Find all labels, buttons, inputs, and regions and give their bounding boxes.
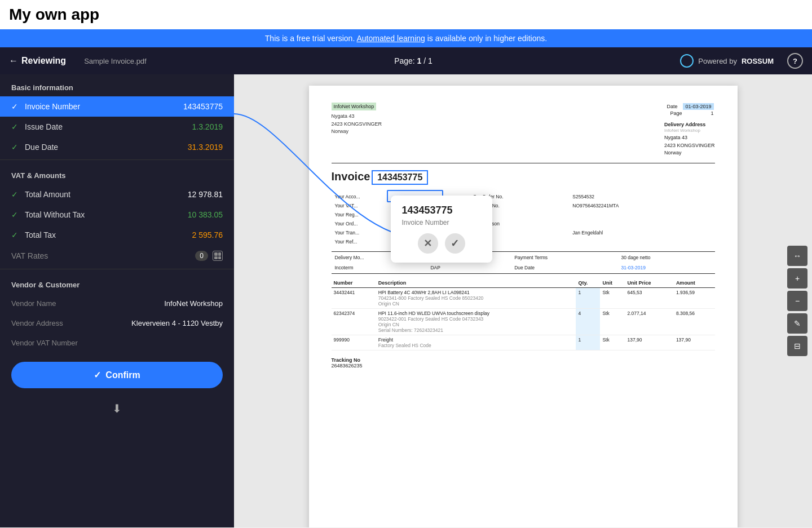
- document-area: InfoNet Workshop Nygata 43 2423 KONGSVIN…: [234, 74, 812, 527]
- trial-text-suffix2: is available only in higher editions.: [427, 34, 547, 43]
- powered-by: Powered by ROSSUM: [680, 54, 774, 68]
- zoom-in-button[interactable]: +: [787, 268, 807, 289]
- page-info: Page: 1 / 1: [394, 56, 433, 65]
- doc-invoice-title: Invoice: [332, 170, 370, 183]
- confirm-check-icon: ✓: [94, 370, 101, 380]
- pan-tool-button[interactable]: ↔: [787, 246, 807, 266]
- rossum-logo: [680, 54, 694, 68]
- vat-rates-badge: 0: [195, 251, 208, 261]
- invoice-number-value: 143453775: [183, 102, 223, 111]
- basic-info-header: Basic information: [0, 74, 234, 96]
- col-description: Description: [376, 278, 576, 288]
- vendor-name-label: Vendor Name: [11, 299, 90, 308]
- back-button[interactable]: ← Reviewing: [9, 56, 66, 66]
- invoice-tooltip-popup: 143453775 Invoice Number ✕ ✓: [391, 196, 492, 263]
- issue-date-field[interactable]: ✓ Issue Date 1.3.2019: [0, 117, 234, 137]
- col-number: Number: [332, 278, 376, 288]
- check-icon-notax: ✓: [11, 210, 20, 219]
- doc-header: InfoNet Workshop Nygata 43 2423 KONGSVIN…: [332, 103, 715, 157]
- top-bar: ← Reviewing Sample Invoice.pdf Page: 1 /…: [0, 47, 812, 74]
- total-tax-field[interactable]: ✓ Total Tax 2 595.76: [0, 225, 234, 245]
- doc-delivery-payment: Delivery Mo... ...y Express Payment Term…: [332, 251, 715, 274]
- trial-text-prefix: This is a free trial version.: [265, 34, 355, 43]
- confirm-label: Confirm: [105, 370, 140, 380]
- filename-label: Sample Invoice.pdf: [84, 57, 147, 65]
- confirm-button[interactable]: ✓ Confirm: [11, 362, 223, 388]
- vendor-vat-field[interactable]: Vendor VAT Number: [0, 333, 234, 353]
- doc-date-section: Date 01-03-2019 Page 1 Delivery Address: [664, 103, 715, 157]
- rossum-brand: ROSSUM: [742, 57, 774, 65]
- back-arrow-icon: ←: [9, 56, 18, 66]
- vendor-address-label: Vendor Address: [11, 319, 90, 327]
- doc-date-value: 01-03-2019: [683, 103, 713, 110]
- powered-by-label: Powered by: [698, 57, 737, 65]
- automated-learning-link[interactable]: Automated learning: [356, 34, 425, 43]
- total-tax-label: Total Tax: [25, 230, 188, 239]
- trial-banner: This is a free trial version. Automated …: [0, 29, 812, 47]
- download-icon-row: ⬇: [0, 397, 234, 424]
- total-amount-label: Total Amount: [25, 190, 183, 199]
- table-row: 34432441 HPI Battery 4C 40WHr 2,8AH LI L…: [332, 287, 715, 308]
- tooltip-confirm-button[interactable]: ✓: [445, 233, 465, 254]
- invoice-number-label: Invoice Number: [25, 102, 179, 111]
- line-items-table: Number Description Qty. Unit Unit Price …: [332, 278, 715, 350]
- col-unit-price: Unit Price: [625, 278, 673, 288]
- search-doc-button[interactable]: ⊟: [787, 336, 807, 356]
- tooltip-cancel-button[interactable]: ✕: [418, 233, 438, 254]
- delivery-address-label: Delivery Address: [664, 122, 715, 127]
- vendor-address-field[interactable]: Vendor Address Kleverveien 4 - 1120 Vest…: [0, 313, 234, 333]
- check-icon-due: ✓: [11, 143, 20, 152]
- check-icon: ✓: [11, 102, 20, 111]
- reviewing-label: Reviewing: [21, 56, 66, 66]
- grid-icon[interactable]: [213, 251, 223, 261]
- doc-address: Nygata 43 2423 KONGSVINGER Norway: [332, 113, 382, 136]
- due-date-field[interactable]: ✓ Due Date 31.3.2019: [0, 137, 234, 157]
- total-without-tax-value: 10 383.05: [188, 210, 223, 219]
- total-without-tax-label: Total Without Tax: [25, 210, 183, 219]
- invoice-number-box: 143453775: [372, 170, 428, 185]
- vendor-name-value: InfoNet Workshop: [95, 299, 223, 308]
- due-date-value: 31.3.2019: [188, 143, 223, 152]
- doc-sender-info: InfoNet Workshop Nygata 43 2423 KONGSVIN…: [332, 103, 382, 157]
- help-button[interactable]: ?: [787, 53, 803, 69]
- vat-rates-row[interactable]: VAT Rates 0: [0, 245, 234, 267]
- col-amount: Amount: [674, 278, 715, 288]
- tooltip-label: Invoice Number: [402, 219, 481, 227]
- vat-rates-label: VAT Rates: [11, 251, 191, 260]
- zoom-out-button[interactable]: −: [787, 291, 807, 311]
- table-row: 62342374 HPI 11.6-inch HD WLED UWVA touc…: [332, 308, 715, 335]
- vat-amounts-header: VAT & Amounts: [0, 162, 234, 184]
- total-amount-field[interactable]: ✓ Total Amount 12 978.81: [0, 184, 234, 205]
- document-page: InfoNet Workshop Nygata 43 2423 KONGSVIN…: [309, 86, 738, 527]
- invoice-number-field[interactable]: ✓ Invoice Number 143453775: [0, 96, 234, 117]
- tooltip-actions: ✕ ✓: [402, 233, 481, 254]
- tracking-value: 26483626235: [332, 363, 715, 369]
- total-tax-value: 2 595.76: [192, 230, 223, 239]
- issue-date-label: Issue Date: [25, 122, 188, 131]
- main-layout: ← Reviewing Sample Invoice.pdf Page: 1 /…: [0, 47, 812, 527]
- vendor-address-value: Kleverveien 4 - 1120 Vestby: [95, 319, 223, 327]
- sidebar: Basic information ✓ Invoice Number 14345…: [0, 74, 234, 527]
- col-qty: Qty.: [576, 278, 600, 288]
- download-icon[interactable]: ⬇: [112, 402, 122, 415]
- delivery-address-content: InfoNet Workshop Nygata 43 2423 KONGSVIN…: [664, 127, 715, 157]
- check-icon-tax: ✓: [11, 230, 20, 239]
- right-toolbar: ↔ + − ✎ ⊟: [787, 246, 807, 356]
- check-icon-issue: ✓: [11, 122, 20, 131]
- content-area: Basic information ✓ Invoice Number 14345…: [0, 74, 812, 527]
- table-row: 999990 Freight Factory Sealed HS Code 1 …: [332, 335, 715, 350]
- total-without-tax-field[interactable]: ✓ Total Without Tax 10 383.05: [0, 205, 234, 225]
- tracking-label: Tracking No: [332, 357, 715, 363]
- vendor-name-field[interactable]: Vendor Name InfoNet Workshop: [0, 294, 234, 313]
- check-icon-total: ✓: [11, 190, 20, 199]
- vendor-customer-header: Vendor & Customer: [0, 272, 234, 294]
- issue-date-value: 1.3.2019: [192, 122, 223, 131]
- col-unit: Unit: [600, 278, 625, 288]
- annotate-button[interactable]: ✎: [787, 313, 807, 334]
- due-date-label: Due Date: [25, 143, 183, 152]
- doc-company-name: InfoNet Workshop: [332, 103, 377, 110]
- tooltip-value: 143453775: [402, 205, 481, 216]
- vendor-vat-label: Vendor VAT Number: [11, 339, 90, 347]
- total-amount-value: 12 978.81: [188, 190, 223, 199]
- app-title: My own app: [0, 0, 812, 29]
